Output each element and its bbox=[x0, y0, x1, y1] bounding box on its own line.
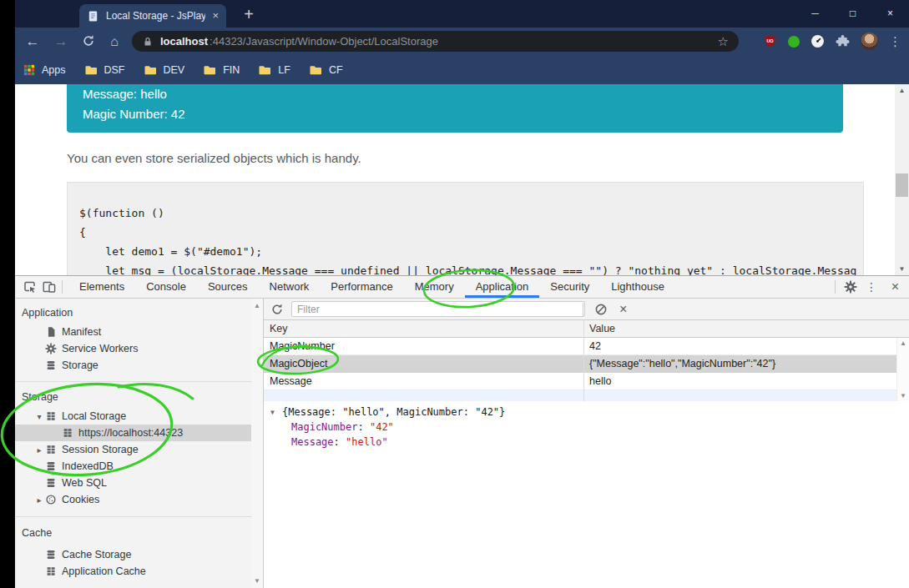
table-row-selected[interactable]: MagicObject {"Message":"hello","MagicNum… bbox=[264, 355, 909, 373]
bookmark-folder-fin[interactable]: FIN bbox=[203, 63, 240, 77]
chevron-expanded-icon[interactable]: ▾ bbox=[33, 412, 45, 421]
sidebar-item-session-storage[interactable]: ▸ Session Storage bbox=[15, 441, 251, 458]
devtools-panel: Elements Console Sources Network Perform… bbox=[15, 275, 909, 588]
reload-button[interactable] bbox=[82, 34, 95, 48]
cookie-icon bbox=[45, 494, 57, 505]
page-scrollbar[interactable]: ▲ ▼ bbox=[895, 84, 909, 275]
tab-elements[interactable]: Elements bbox=[68, 276, 135, 298]
sidebar-item-storage[interactable]: Storage bbox=[15, 357, 251, 374]
scrollbar-thumb[interactable] bbox=[896, 173, 908, 197]
home-button[interactable]: ⌂ bbox=[104, 28, 125, 55]
browser-window: Local Storage - JsPlayground × + ─ □ × ←… bbox=[15, 0, 909, 588]
devtools-tabs: Elements Console Sources Network Perform… bbox=[68, 276, 675, 298]
tab-network[interactable]: Network bbox=[259, 276, 321, 298]
bookmark-apps[interactable]: Apps bbox=[23, 64, 66, 76]
profile-avatar[interactable] bbox=[861, 33, 878, 50]
devtools-menu-icon[interactable]: ⋮ bbox=[866, 276, 877, 298]
column-header-value[interactable]: Value bbox=[589, 323, 615, 334]
extension-area: UO ⋮ bbox=[763, 28, 901, 55]
sidebar-scrollbar[interactable]: ▲ ▼ bbox=[251, 299, 263, 588]
tab-performance[interactable]: Performance bbox=[320, 276, 403, 298]
sidebar-item-cookies[interactable]: ▸ Cookies bbox=[15, 491, 251, 508]
apps-grid-icon bbox=[23, 64, 35, 76]
tab-console[interactable]: Console bbox=[135, 276, 197, 298]
minimize-button[interactable]: ─ bbox=[796, 0, 834, 28]
sidebar-item-indexeddb[interactable]: IndexedDB bbox=[15, 458, 251, 475]
screenshot-root: Local Storage - JsPlayground × + ─ □ × ←… bbox=[0, 0, 909, 588]
scroll-up-icon[interactable]: ▲ bbox=[897, 339, 909, 347]
bookmark-star-icon[interactable]: ☆ bbox=[718, 34, 729, 49]
folder-icon bbox=[258, 63, 271, 77]
scroll-down-icon[interactable]: ▼ bbox=[895, 265, 909, 273]
table-row[interactable]: MagicNumber 42 bbox=[264, 338, 909, 355]
gauge-extension-icon[interactable] bbox=[811, 34, 825, 48]
inspect-element-icon[interactable] bbox=[23, 280, 37, 294]
database-icon bbox=[45, 477, 57, 489]
column-divider[interactable] bbox=[583, 320, 584, 401]
sidebar-item-web-sql[interactable]: Web SQL bbox=[15, 475, 251, 491]
browser-toolbar: ← → ⌂ localhost :44323/Javascript/Window… bbox=[15, 28, 909, 55]
tab-application[interactable]: Application bbox=[465, 276, 540, 298]
refresh-icon[interactable] bbox=[270, 303, 284, 316]
application-sidebar: Application Manifest Service Workers Sto… bbox=[15, 299, 251, 588]
scroll-up-icon[interactable]: ▲ bbox=[251, 302, 263, 309]
scroll-down-icon[interactable]: ▼ bbox=[251, 577, 263, 585]
tab-memory[interactable]: Memory bbox=[404, 276, 465, 298]
browser-tab[interactable]: Local Storage - JsPlayground × bbox=[79, 4, 226, 28]
settings-gear-icon[interactable] bbox=[844, 280, 857, 294]
storage-items-table: Key Value MagicNumber 42 MagicObject {"M… bbox=[264, 320, 909, 402]
ublock-extension-icon[interactable]: UO bbox=[763, 34, 777, 48]
database-icon bbox=[45, 460, 57, 472]
expander-triangle-icon[interactable]: ▼ bbox=[270, 409, 275, 416]
back-button[interactable]: ← bbox=[22, 28, 43, 55]
sidebar-item-local-storage[interactable]: ▾ Local Storage bbox=[15, 408, 251, 425]
tab-security[interactable]: Security bbox=[539, 276, 600, 298]
sidebar-item-application-cache[interactable]: Application Cache bbox=[15, 563, 251, 580]
divider bbox=[15, 516, 251, 517]
tab-close-icon[interactable]: × bbox=[212, 4, 219, 28]
address-bar[interactable]: localhost :44323/Javascript/Window-Objec… bbox=[132, 31, 739, 52]
sidebar-item-service-workers[interactable]: Service Workers bbox=[15, 340, 251, 357]
new-tab-button[interactable]: + bbox=[237, 3, 260, 27]
table-scrollbar[interactable]: ▲ ▼ bbox=[896, 338, 909, 401]
folder-icon bbox=[144, 63, 157, 77]
object-preview-summary[interactable]: {Message: "hello", MagicNumber: "42"} bbox=[282, 406, 505, 418]
sidebar-item-manifest[interactable]: Manifest bbox=[15, 324, 251, 340]
scroll-up-icon[interactable]: ▲ bbox=[895, 87, 909, 94]
devtools-close-icon[interactable]: × bbox=[891, 276, 899, 297]
chevron-collapsed-icon[interactable]: ▸ bbox=[33, 495, 45, 505]
folder-icon bbox=[84, 63, 98, 77]
section-storage: Storage bbox=[22, 391, 58, 403]
column-header-key[interactable]: Key bbox=[270, 323, 288, 334]
forward-button[interactable]: → bbox=[50, 28, 72, 55]
sidebar-item-localstorage-origin[interactable]: https://localhost:44323 bbox=[15, 425, 251, 441]
device-toolbar-icon[interactable] bbox=[43, 280, 56, 294]
delete-selected-icon[interactable]: × bbox=[619, 299, 627, 319]
browser-menu-icon[interactable]: ⋮ bbox=[889, 34, 901, 49]
table-row[interactable]: Message hello bbox=[264, 373, 909, 390]
folder-icon bbox=[309, 63, 322, 77]
tab-lighthouse[interactable]: Lighthouse bbox=[600, 276, 675, 298]
clear-all-icon[interactable] bbox=[594, 303, 608, 316]
sidebar-item-cache-storage[interactable]: Cache Storage bbox=[15, 546, 251, 563]
page-paragraph: You can even store serialized objects wh… bbox=[67, 151, 361, 165]
storage-toolbar: × bbox=[264, 299, 909, 320]
local-storage-panel: × Key Value MagicNumber 42 MagicObject bbox=[263, 299, 909, 588]
tab-sources[interactable]: Sources bbox=[197, 276, 259, 298]
empty-row-stripe bbox=[264, 390, 909, 401]
bookmark-folder-lf[interactable]: LF bbox=[258, 63, 290, 77]
alert-message-line: Message: hello bbox=[83, 84, 843, 104]
database-icon bbox=[45, 359, 57, 371]
puzzle-extensions-icon[interactable] bbox=[836, 34, 850, 48]
object-property: MagicNumber: "42" bbox=[291, 421, 394, 433]
bookmark-folder-dev[interactable]: DEV bbox=[144, 63, 185, 77]
bookmark-folder-dsf[interactable]: DSF bbox=[84, 63, 125, 77]
chevron-collapsed-icon[interactable]: ▸ bbox=[33, 445, 45, 455]
scroll-down-icon[interactable]: ▼ bbox=[897, 392, 909, 400]
info-alert-box: Message: hello Magic Number: 42 bbox=[67, 84, 843, 133]
filter-input[interactable] bbox=[291, 301, 585, 317]
maximize-button[interactable]: □ bbox=[834, 0, 871, 28]
close-window-button[interactable]: × bbox=[871, 0, 909, 28]
green-dot-extension-icon[interactable] bbox=[788, 36, 800, 48]
bookmark-folder-cf[interactable]: CF bbox=[309, 63, 343, 77]
